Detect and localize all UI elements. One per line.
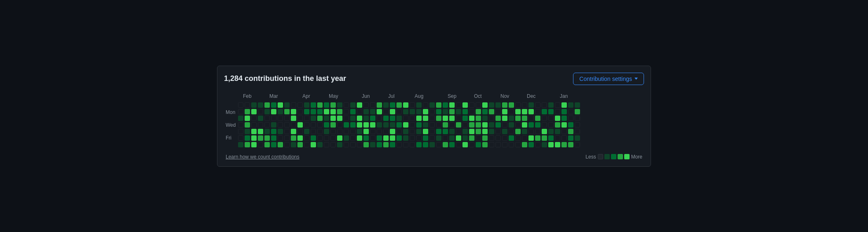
contribution-cell[interactable]	[489, 135, 494, 141]
contribution-cell[interactable]	[278, 116, 283, 121]
contribution-cell[interactable]	[443, 129, 448, 134]
contribution-cell[interactable]	[535, 116, 540, 121]
contribution-cell[interactable]	[363, 129, 369, 134]
contribution-cell[interactable]	[542, 142, 547, 147]
contribution-cell[interactable]	[357, 135, 362, 141]
contribution-cell[interactable]	[238, 129, 243, 134]
contribution-cell[interactable]	[377, 135, 382, 141]
contribution-cell[interactable]	[548, 135, 554, 141]
contribution-cell[interactable]	[377, 122, 382, 128]
contribution-cell[interactable]	[317, 129, 323, 134]
contribution-cell[interactable]	[337, 129, 342, 134]
contribution-cell[interactable]	[548, 129, 554, 134]
contribution-cell[interactable]	[311, 122, 316, 128]
contribution-cell[interactable]	[449, 102, 455, 108]
contribution-cell[interactable]	[390, 142, 395, 147]
contribution-cell[interactable]	[456, 109, 461, 114]
contribution-cell[interactable]	[416, 135, 422, 141]
contribution-cell[interactable]	[542, 135, 547, 141]
contribution-cell[interactable]	[311, 129, 316, 134]
contribution-cell[interactable]	[245, 135, 250, 141]
contribution-cell[interactable]	[515, 129, 521, 134]
contribution-cell[interactable]	[522, 142, 527, 147]
contribution-cell[interactable]	[403, 122, 408, 128]
contribution-cell[interactable]	[515, 109, 521, 114]
contribution-cell[interactable]	[330, 116, 336, 121]
contribution-cell[interactable]	[251, 142, 257, 147]
contribution-cell[interactable]	[436, 129, 441, 134]
contribution-cell[interactable]	[515, 142, 521, 147]
contribution-cell[interactable]	[330, 135, 336, 141]
contribution-cell[interactable]	[258, 109, 263, 114]
contribution-cell[interactable]	[383, 142, 389, 147]
contribution-cell[interactable]	[383, 122, 389, 128]
contribution-cell[interactable]	[396, 116, 402, 121]
contribution-cell[interactable]	[284, 135, 290, 141]
contribution-cell[interactable]	[344, 142, 349, 147]
contribution-cell[interactable]	[522, 109, 527, 114]
contribution-cell[interactable]	[271, 129, 276, 134]
contribution-cell[interactable]	[502, 102, 507, 108]
contribution-cell[interactable]	[304, 109, 309, 114]
contribution-cell[interactable]	[476, 109, 481, 114]
contribution-cell[interactable]	[482, 129, 488, 134]
contribution-cell[interactable]	[297, 142, 303, 147]
contribution-cell[interactable]	[416, 109, 422, 114]
contribution-cell[interactable]	[542, 116, 547, 121]
contribution-cell[interactable]	[245, 142, 250, 147]
contribution-cell[interactable]	[390, 129, 395, 134]
contribution-cell[interactable]	[350, 109, 356, 114]
contribution-cell[interactable]	[271, 116, 276, 121]
contribution-cell[interactable]	[377, 116, 382, 121]
contribution-cell[interactable]	[245, 102, 250, 108]
contribution-cell[interactable]	[363, 135, 369, 141]
contribution-cell[interactable]	[363, 116, 369, 121]
contribution-cell[interactable]	[245, 116, 250, 121]
contribution-cell[interactable]	[522, 102, 527, 108]
contribution-cell[interactable]	[495, 129, 501, 134]
contribution-cell[interactable]	[495, 109, 501, 114]
contribution-cell[interactable]	[264, 135, 270, 141]
contribution-cell[interactable]	[390, 102, 395, 108]
contribution-cell[interactable]	[528, 109, 534, 114]
contribution-cell[interactable]	[469, 109, 474, 114]
contribution-cell[interactable]	[502, 122, 507, 128]
contribution-cell[interactable]	[528, 142, 534, 147]
contribution-cell[interactable]	[304, 129, 309, 134]
contribution-cell[interactable]	[489, 109, 494, 114]
contribution-cell[interactable]	[476, 102, 481, 108]
contribution-cell[interactable]	[297, 135, 303, 141]
contribution-cell[interactable]	[403, 129, 408, 134]
contribution-cell[interactable]	[291, 135, 296, 141]
contribution-cell[interactable]	[324, 109, 329, 114]
contribution-cell[interactable]	[317, 102, 323, 108]
contribution-cell[interactable]	[396, 135, 402, 141]
contribution-cell[interactable]	[278, 109, 283, 114]
contribution-cell[interactable]	[258, 142, 263, 147]
contribution-cell[interactable]	[324, 102, 329, 108]
contribution-cell[interactable]	[291, 102, 296, 108]
contribution-cell[interactable]	[258, 122, 263, 128]
contribution-cell[interactable]	[291, 122, 296, 128]
contribution-cell[interactable]	[568, 142, 573, 147]
contribution-cell[interactable]	[568, 109, 573, 114]
contribution-cell[interactable]	[469, 142, 474, 147]
contribution-cell[interactable]	[561, 122, 567, 128]
contribution-cell[interactable]	[350, 135, 356, 141]
contribution-cell[interactable]	[363, 109, 369, 114]
contribution-cell[interactable]	[462, 135, 468, 141]
contribution-cell[interactable]	[383, 135, 389, 141]
contribution-cell[interactable]	[311, 135, 316, 141]
contribution-cell[interactable]	[383, 102, 389, 108]
contribution-cell[interactable]	[469, 102, 474, 108]
contribution-cell[interactable]	[330, 109, 336, 114]
contribution-cell[interactable]	[482, 102, 488, 108]
contribution-cell[interactable]	[284, 129, 290, 134]
contribution-cell[interactable]	[363, 142, 369, 147]
contribution-cell[interactable]	[390, 116, 395, 121]
contribution-cell[interactable]	[264, 116, 270, 121]
contribution-cell[interactable]	[330, 142, 336, 147]
contribution-cell[interactable]	[330, 122, 336, 128]
contribution-cell[interactable]	[370, 102, 375, 108]
contribution-cell[interactable]	[423, 102, 428, 108]
